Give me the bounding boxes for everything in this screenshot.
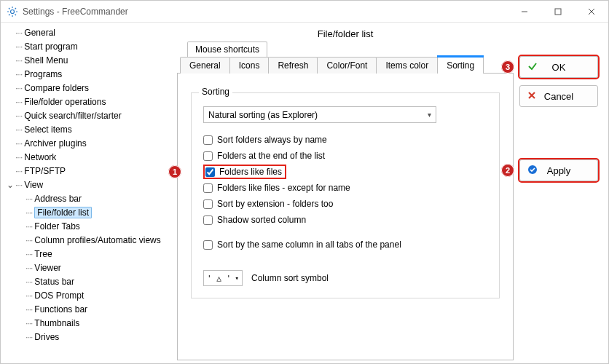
tree-item[interactable]: ····Status bar [1,274,171,288]
chevron-down-icon: ▾ [428,111,431,119]
sort-option-input[interactable] [203,135,213,145]
sort-option-input[interactable] [205,167,215,177]
tree-item[interactable]: ····Start program [1,39,171,53]
sort-option-checkbox[interactable]: Shadow sorted column [203,212,487,228]
section-title: File/folder list [177,24,514,41]
tree-item[interactable]: ····Programs [1,67,171,81]
sort-option-checkbox[interactable]: Sort folders always by name [203,132,487,148]
sort-option-input[interactable] [203,183,213,193]
tree-item[interactable]: ····Tree [1,247,171,261]
sort-option-checkbox[interactable]: Sort by extension - folders too [203,196,487,212]
tree-item-label: Drives [34,332,59,342]
tree-item[interactable]: ····Quick search/filter/starter [1,108,171,122]
svg-point-0 [11,9,15,13]
annotation-badge-2: 2 [501,164,514,177]
tree-item-label: Functions bar [34,304,87,314]
sort-mode-dropdown[interactable]: Natural sorting (as Explorer) ▾ [203,106,436,123]
tree-item-label: Archiver plugins [24,138,86,149]
chevron-down-icon: ⌄ [5,180,15,190]
action-buttons: OK 3 Cancel Apply 2 [516,23,608,363]
tree-item[interactable]: ····Shell Menu [1,53,171,67]
tree-item[interactable]: ····Drives [1,330,171,344]
titlebar: Settings - FreeCommander [1,1,608,23]
sort-option-label: Sort folders always by name [217,135,327,145]
tree-item-label: Address bar [34,194,82,204]
sort-option-checkbox[interactable]: Folders like files [203,164,487,180]
tree-item-label: Column profiles/Automatic views [34,235,160,245]
tree-item-label: Start program [24,41,77,52]
sort-option-input[interactable] [203,199,213,209]
tab-refresh[interactable]: Refresh [268,57,318,74]
app-gear-icon [7,6,18,17]
ok-button[interactable]: OK 3 [519,56,598,78]
sort-option-input[interactable] [203,151,213,161]
tab-icons[interactable]: Icons [229,57,270,74]
tree-item[interactable]: ····FTP/SFTP [1,164,171,178]
tree-item-label: Shell Menu [24,55,68,66]
tree-item-label: Thumbnails [34,318,79,328]
close-button[interactable] [575,1,608,22]
x-icon [527,91,536,102]
tab-sorting[interactable]: Sorting [437,57,484,74]
sort-option-label: Folders at the end of the list [217,151,325,161]
tree-item[interactable]: ····Compare folders [1,81,171,95]
tree-item-label: Status bar [34,277,74,287]
tree-item[interactable]: ····Archiver plugins [1,136,171,150]
tree-item-label: FTP/SFTP [24,166,66,176]
column-sort-symbol-dropdown[interactable]: ' △ ' ▾ [203,270,243,286]
tree-item-label: Folder Tabs [34,221,79,232]
annotation-badge-1: 1 [168,165,181,178]
tree-item[interactable]: ····Select items [1,122,171,136]
cancel-button[interactable]: Cancel [519,85,598,107]
window-title: Settings - FreeCommander [23,7,128,17]
tree-item[interactable]: ····File/folder list [1,205,171,219]
svg-rect-2 [555,9,561,15]
tree-item[interactable]: ····DOS Prompt [1,288,171,302]
sort-option-checkbox[interactable]: Folders like files - except for name [203,180,487,196]
sort-option-checkbox[interactable]: Folders at the end of the list [203,148,487,164]
tree-item[interactable]: ····Viewer [1,261,171,274]
tree-item[interactable]: ····Address bar [1,191,171,205]
annotation-badge-3: 3 [501,60,514,74]
tree-item-label: File/folder operations [24,97,106,107]
minimize-button[interactable] [508,1,541,22]
window-controls [508,1,608,22]
tree-item[interactable]: ····Thumbnails [1,316,171,330]
tree-item-label: Viewer [34,263,60,273]
column-sort-symbol-value: ' △ ' [207,274,231,283]
sorting-group: Sorting Natural sorting (as Explorer) ▾ … [191,92,500,298]
tab-items-color[interactable]: Items color [376,57,438,74]
settings-tree[interactable]: ····General····Start program····Shell Me… [1,23,174,363]
chevron-down-icon: ▾ [235,274,239,282]
tree-item[interactable]: ····General [1,25,171,39]
column-sort-symbol-label: Column sort symbol [251,273,329,283]
maximize-button[interactable] [541,1,575,22]
sort-option-label: Shadow sorted column [217,215,306,225]
tree-item[interactable]: ····Network [1,150,171,164]
sort-option-label: Folders like files [219,167,282,177]
apply-icon [527,165,538,177]
tree-item-label: DOS Prompt [34,290,84,301]
check-icon [527,61,538,74]
tree-item-label: Programs [24,69,62,79]
sort-option-input[interactable] [203,215,213,225]
tree-item[interactable]: ····File/folder operations [1,95,171,108]
tree-item[interactable]: ⌄····View [1,178,171,191]
tree-item[interactable]: ····Functions bar [1,302,171,316]
apply-button[interactable]: Apply 2 [519,159,598,181]
sort-option-label: Folders like files - except for name [217,183,350,193]
tab-color-font[interactable]: Color/Font [317,57,377,74]
main-tabs: GeneralIconsRefreshColor/FontItems color… [177,56,514,74]
settings-window: Settings - FreeCommander ····General····… [0,0,609,364]
sort-same-column-checkbox[interactable]: Sort by the same column in all tabs of t… [203,237,487,253]
tree-item-label: Compare folders [24,83,89,93]
tree-item-label: Quick search/filter/starter [24,111,121,121]
tree-item[interactable]: ····Column profiles/Automatic views [1,233,171,247]
sort-same-column-label: Sort by the same column in all tabs of t… [217,240,401,250]
tree-item-label: Network [24,152,56,162]
tab-mouse-shortcuts[interactable]: Mouse shortcuts [187,41,267,57]
sort-same-column-input[interactable] [203,240,213,250]
tree-item[interactable]: ····Folder Tabs [1,219,171,233]
tab-general[interactable]: General [180,57,230,74]
tree-item-label: General [24,28,55,38]
